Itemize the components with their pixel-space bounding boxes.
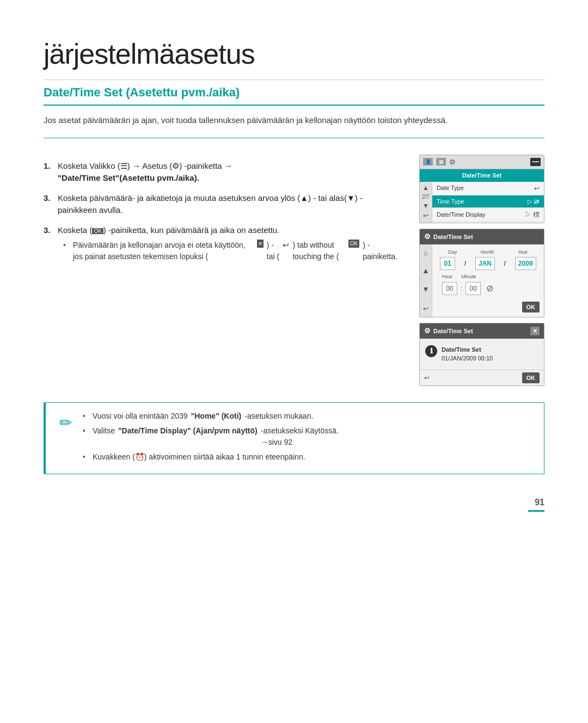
panel2-time-labels: Hour Minute: [442, 273, 540, 281]
down-icon: ▼: [347, 193, 355, 203]
step-1-num: 1.: [44, 160, 54, 173]
instructions-panel: 1. Kosketa Valikko (☰) → Asetus (⚙) -pai…: [44, 155, 397, 387]
panel1-row-datetype[interactable]: Date Type ↩: [432, 182, 544, 195]
up-icon: ▲: [300, 193, 308, 203]
panel1-title: Date/Time Set: [420, 169, 544, 182]
settings-icon: ⚙: [172, 161, 179, 170]
gear-icon: ⚙: [449, 157, 456, 168]
step-2-text: Kosketa päivämäärä- ja aikatietoja ja mu…: [58, 192, 397, 217]
panel2-title: Date/Time Set: [433, 232, 473, 242]
note-item-3: Kuvakkeen (⏰) aktivoiminen siirtää aikaa…: [83, 451, 339, 463]
ok-icon: OK: [92, 228, 103, 234]
panel2-time-fields: 00 : 00 ⊘: [442, 282, 540, 295]
panel2-date-labels: Day Month Year: [437, 249, 540, 256]
note-item-2: Valitse "Date/Time Display" (Ajan/pvm nä…: [83, 425, 339, 448]
sub-bullets: Päivämäärän ja kellonajan arvoja ei otet…: [63, 240, 397, 262]
panel2-date-fields: 01 / JAN / 2009: [437, 257, 540, 270]
panel1-down-arrow[interactable]: ▼: [422, 202, 429, 210]
battery-icon: ▪▪▪▪: [530, 158, 541, 167]
panel1-nav-area: ▲ 2/7 ▼ ↩ Date Type ↩ Time Type ▷ 🖳: [420, 182, 544, 223]
panel3-title: Date/Time Set: [433, 327, 473, 336]
note-list: Vuosi voi olla enintään 2039 "Home" (Kot…: [83, 410, 339, 463]
panel2-header: ⚙ Date/Time Set: [420, 229, 544, 244]
panel2-body-area: ⌂ ▲ ▼ ↩ Day Month Year 01 / JAN /: [420, 244, 544, 317]
panel2-month-label: Month: [481, 249, 494, 256]
step-1: 1. Kosketa Valikko (☰) → Asetus (⚙) -pai…: [44, 160, 397, 185]
panel3-info-text: Date/Time Set 01/JAN/2009 00:10: [442, 345, 493, 363]
intro-text: Jos asetat päivämäärän ja ajan, voit tuo…: [44, 114, 544, 138]
panel2-back-arrow[interactable]: ↩: [423, 304, 428, 314]
panel1-back-arrow[interactable]: ↩: [423, 211, 428, 220]
panel3-date-value: 01/JAN/2009 00:10: [442, 355, 493, 362]
ui-panel-1: 👤 ▦ ⚙ ▪▪▪▪ Date/Time Set ▲ 2/7 ▼ ↩ Date …: [419, 155, 544, 224]
info-icon: ℹ: [425, 345, 437, 357]
cross-icon: ✕: [257, 240, 264, 248]
panel3-gear-icon: ⚙: [424, 326, 431, 336]
step-1-text: Kosketa Valikko (☰) → Asetus (⚙) -painik…: [58, 160, 232, 185]
panel1-icons: 👤 ▦ ⚙: [423, 157, 456, 168]
date-sep-2: /: [504, 259, 506, 268]
ui-panel-2: ⚙ Date/Time Set ⌂ ▲ ▼ ↩ Day Month Year: [419, 229, 544, 317]
note-box: ✏ Vuosi voi olla enintään 2039 "Home" (K…: [44, 402, 544, 474]
grid-icon: ▦: [436, 158, 446, 166]
note-item-1: Vuosi voi olla enintään 2039 "Home" (Kot…: [83, 410, 339, 422]
note-content: Vuosi voi olla enintään 2039 "Home" (Kot…: [83, 410, 339, 466]
time-sep: :: [461, 284, 462, 293]
section-subtitle: Date/Time Set (Asetettu pvm./aika): [44, 83, 544, 106]
panel1-page-num: 2/7: [422, 192, 430, 202]
panel2-hour-value[interactable]: 00: [442, 282, 457, 295]
panel2-day-value[interactable]: 01: [440, 257, 455, 270]
step-2-num: 3.: [44, 192, 54, 205]
step-3: 3. Kosketa (OK) -painiketta, kun päivämä…: [44, 224, 397, 271]
page-number-underline: [528, 510, 544, 512]
panel3-ok-button[interactable]: OK: [522, 372, 540, 384]
panel1-row-dtdisplay[interactable]: Date/Time Display ▷ 標: [432, 208, 544, 222]
panel1-dtdisplay-icon: ▷ 標: [525, 210, 540, 219]
panel2-hour-label: Hour: [442, 273, 453, 281]
panel2-alarm-icon: ⊘: [486, 282, 493, 295]
panel2-minute-label: Minute: [461, 273, 476, 281]
panel2-down-arrow[interactable]: ▼: [422, 284, 430, 295]
date-sep-1: /: [464, 259, 466, 268]
return-icon: ↩: [283, 240, 289, 251]
panel3-header-left: ⚙ Date/Time Set: [424, 326, 473, 336]
panel2-gear-icon: ⚙: [424, 231, 431, 242]
panel1-datetype-label: Date Type: [437, 183, 464, 193]
person-icon: 👤: [423, 158, 433, 166]
panel2-up-arrow[interactable]: ▲: [422, 265, 430, 277]
note-2-bold: "Date/Time Display" (Ajan/pvm näyttö): [118, 425, 258, 437]
panel3-body: ℹ Date/Time Set 01/JAN/2009 00:10: [420, 339, 544, 370]
sub-bullet-1: Päivämäärän ja kellonajan arvoja ei otet…: [63, 240, 397, 262]
panel1-timetype-label: Time Type: [437, 197, 464, 206]
step-3-text: Kosketa (OK) -painiketta, kun päivämäärä…: [58, 224, 397, 271]
main-content: 1. Kosketa Valikko (☰) → Asetus (⚙) -pai…: [44, 155, 544, 387]
panel2-minute-value[interactable]: 00: [465, 282, 481, 295]
panel3-header: ⚙ Date/Time Set ✕: [420, 323, 544, 339]
step-1-bold: "Date/Time Set"(Asetettu pvm./aika).: [58, 173, 199, 182]
panel1-timetype-icon: ▷ 🖳: [528, 197, 540, 206]
note-1-bold: "Home" (Koti): [191, 410, 242, 422]
panel2-nav: ⌂ ▲ ▼ ↩: [420, 244, 432, 317]
steps-list: 1. Kosketa Valikko (☰) → Asetus (⚙) -pai…: [44, 160, 397, 271]
panel2-fields-area: Day Month Year 01 / JAN / 2009 Hour Minu…: [432, 244, 544, 317]
panel2-year-value[interactable]: 2009: [515, 257, 536, 270]
panel2-ok-button[interactable]: OK: [522, 302, 540, 313]
panel1-rows: Date Type ↩ Time Type ▷ 🖳 Date/Time Disp…: [432, 182, 544, 223]
ui-panel-3: ⚙ Date/Time Set ✕ ℹ Date/Time Set 01/JAN…: [419, 323, 544, 386]
panel1-row-timetype[interactable]: Time Type ▷ 🖳: [432, 195, 544, 209]
panel2-ok-row: OK: [437, 299, 540, 313]
panel2-month-value[interactable]: JAN: [475, 257, 495, 270]
menu-icon: ☰: [120, 161, 127, 170]
ok-icon-inline: OK: [348, 240, 359, 248]
panel2-day-label: Day: [449, 249, 457, 256]
panel3-back-arrow[interactable]: ↩: [424, 373, 430, 383]
page-number: 91: [535, 498, 544, 507]
step-2: 3. Kosketa päivämäärä- ja aikatietoja ja…: [44, 192, 397, 217]
panel3-footer: ↩ OK: [420, 370, 544, 386]
page-title: järjestelmäasetus: [44, 33, 544, 80]
panel1-header: 👤 ▦ ⚙ ▪▪▪▪: [420, 155, 544, 170]
screenshots-panel: 👤 ▦ ⚙ ▪▪▪▪ Date/Time Set ▲ 2/7 ▼ ↩ Date …: [419, 155, 544, 387]
panel1-up-arrow[interactable]: ▲: [422, 184, 429, 192]
page-number-area: 91: [44, 496, 544, 512]
panel3-close-button[interactable]: ✕: [530, 327, 540, 336]
